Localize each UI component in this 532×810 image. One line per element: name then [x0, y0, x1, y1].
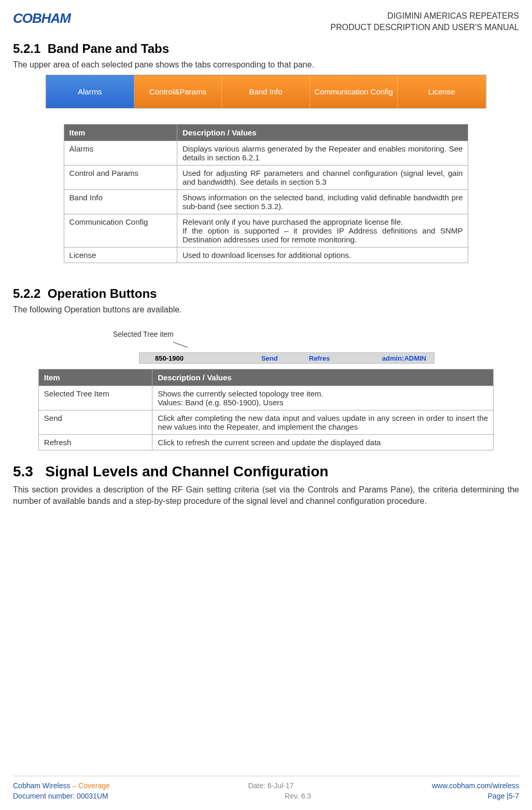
th-desc: Description / Values — [177, 125, 468, 141]
tab-alarms: Alarms — [46, 75, 134, 108]
table-row: Communication ConfigRelevant only if you… — [64, 214, 468, 248]
tab-control-params: Control&Params — [134, 75, 222, 108]
table-row: SendClick after completing the new data … — [38, 410, 493, 435]
cell-item: Band Info — [64, 190, 177, 214]
cell-item: Control and Params — [64, 166, 177, 190]
admin-label: admin:ADMIN — [367, 354, 434, 362]
section-522-intro: The following Operation buttons are avai… — [13, 305, 519, 314]
table-row: Selected Tree ItemShows the currently se… — [38, 386, 493, 410]
operation-buttons-diagram: Selected Tree item 850-1900 Send Refres … — [97, 330, 435, 364]
cell-item: Send — [38, 410, 152, 435]
diagram-tree-label: Selected Tree item — [113, 330, 174, 339]
section-53-body: This section provides a description of t… — [13, 484, 519, 506]
table-row: Band InfoShows information on the select… — [64, 190, 468, 214]
cell-desc: Displays various alarms generated by the… — [177, 141, 468, 166]
page-footer: Cobham Wireless – Coverage Date: 6-Jul-1… — [13, 776, 519, 802]
cell-item: Communication Config — [64, 214, 177, 248]
cell-item: Alarms — [64, 141, 177, 166]
tree-item-value: 850-1900 — [139, 354, 246, 362]
cell-desc: Relevant only if you have purchased the … — [177, 214, 468, 248]
section-521-heading: 5.2.1 Band Pane and Tabs — [13, 42, 519, 56]
section-522-heading: 5.2.2 Operation Buttons — [13, 286, 519, 301]
section-53-heading: 5.3 Signal Levels and Channel Configurat… — [13, 463, 519, 480]
table-row: Control and ParamsUsed for adjusting RF … — [64, 166, 468, 190]
cell-desc: Click to refresh the current screen and … — [152, 435, 494, 450]
refresh-button-img: Refres — [293, 354, 345, 362]
operation-buttons-table: Item Description / Values Selected Tree … — [38, 369, 494, 450]
tabs-screenshot: Alarms Control&Params Band Info Communic… — [46, 75, 486, 108]
cell-item: License — [64, 248, 177, 263]
cell-desc: Click after completing the new data inpu… — [152, 410, 494, 435]
band-pane-table: Item Description / Values AlarmsDisplays… — [64, 124, 469, 263]
table-row: AlarmsDisplays various alarms generated … — [64, 141, 468, 166]
diagram-arrow — [173, 342, 188, 348]
send-button-img: Send — [246, 354, 293, 362]
tab-band-info: Band Info — [222, 75, 310, 108]
cell-desc: Shows information on the selected band, … — [177, 190, 468, 214]
tab-communication-config: Communication Config — [310, 75, 398, 108]
cell-desc: Used to download licenses for additional… — [177, 248, 468, 263]
table-row: LicenseUsed to download licenses for add… — [64, 248, 468, 263]
cell-item: Selected Tree Item — [38, 386, 152, 410]
section-521-intro: The upper area of each selected pane sho… — [13, 60, 519, 70]
diagram-toolbar: 850-1900 Send Refres admin:ADMIN — [139, 352, 435, 364]
tab-license: License — [398, 75, 486, 108]
th-item: Item — [64, 125, 177, 141]
cell-desc: Used for adjusting RF parameters and cha… — [177, 166, 468, 190]
cell-item: Refresh — [38, 435, 152, 450]
cell-desc: Shows the currently selected topology tr… — [152, 386, 494, 410]
header-title-1: DIGIMINI AMERICAS REPEATERS — [330, 10, 519, 22]
table-row: RefreshClick to refresh the current scre… — [38, 435, 493, 450]
header-title-2: PRODUCT DESCRIPTION AND USER'S MANUAL — [330, 22, 519, 33]
th-item-2: Item — [38, 369, 152, 386]
th-desc-2: Description / Values — [152, 369, 494, 386]
